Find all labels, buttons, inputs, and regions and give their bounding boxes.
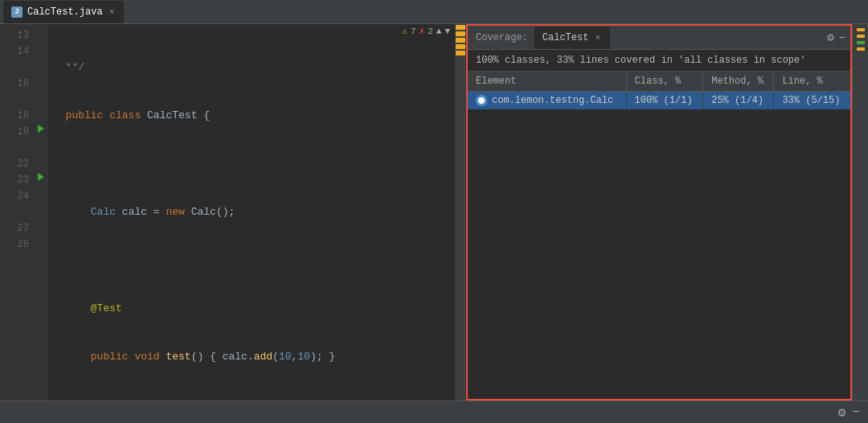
gutter-28 — [34, 201, 48, 217]
line-numbers: 13 14 16 18 19 22 23 24 27 28 — [0, 24, 34, 400]
code-line-18: @Test — [53, 301, 455, 317]
strip-bar-2 — [857, 35, 865, 38]
warning-marker-2 — [456, 31, 465, 36]
coverage-tab-name: CalcTest — [542, 32, 589, 43]
coverage-tab-calctest[interactable]: CalcTest × — [534, 27, 610, 49]
sort-up-icon[interactable]: ▲ — [436, 27, 442, 36]
coverage-table: Element Class, % Method, % Line, % com.l… — [468, 72, 850, 399]
coverage-element-cell: com.lemon.testng.Calc — [468, 92, 626, 110]
warning-marker-5 — [456, 51, 465, 55]
warning-count: 7 — [411, 27, 416, 36]
file-tab-calctest[interactable]: J CalcTest.java × — [3, 1, 124, 23]
coverage-panel: Coverage: CalcTest × ⚙ − 100% classes, 3… — [466, 24, 852, 400]
coverage-table-body: com.lemon.testng.Calc 100% (1/1) 25% (1/… — [468, 92, 850, 110]
warning-bar: ⚠ 7 ✗ 2 ▲ ▼ — [399, 24, 453, 38]
gutter-19-run[interactable] — [34, 121, 48, 137]
code-scrollbar[interactable] — [455, 24, 466, 400]
code-line-15 — [53, 156, 455, 172]
gutter-14 — [34, 40, 48, 56]
col-method[interactable]: Method, % — [703, 72, 774, 92]
bottom-bar: ⚙ − — [0, 400, 868, 423]
sort-down-icon[interactable]: ▼ — [444, 27, 450, 36]
gutter-18 — [34, 105, 48, 121]
code-line-22 — [53, 397, 455, 400]
right-strip — [852, 24, 868, 400]
code-line-16: Calc calc = new Calc(); — [53, 204, 455, 220]
code-line-19: public void test() { calc.add(10,10); } — [53, 349, 455, 365]
coverage-table-header-row: Element Class, % Method, % Line, % — [468, 72, 850, 92]
coverage-line-pct: 33% (5/15) — [774, 92, 850, 110]
element-cell-content: com.lemon.testng.Calc — [476, 95, 618, 106]
gutter-22 — [34, 137, 48, 153]
gutter-17 — [34, 88, 48, 105]
strip-bar-3 — [857, 41, 865, 44]
code-content[interactable]: **/ public class CalcTest { Calc calc = … — [48, 24, 455, 400]
strip-bar-1 — [857, 28, 865, 31]
code-editor-panel: 13 14 16 18 19 22 23 24 27 28 — [0, 24, 466, 400]
warning-icon: ⚠ — [402, 26, 407, 36]
coverage-data-table: Element Class, % Method, % Line, % com.l… — [468, 72, 850, 109]
element-name: com.lemon.testng.Calc — [492, 95, 613, 106]
coverage-table-row[interactable]: com.lemon.testng.Calc 100% (1/1) 25% (1/… — [468, 92, 850, 110]
coverage-summary-text: 100% classes, 33% lines covered in 'all … — [476, 55, 805, 66]
gutter-23 — [34, 153, 48, 169]
run-arrow-19[interactable] — [38, 125, 44, 133]
code-line-17 — [53, 253, 455, 269]
coverage-class-pct: 100% (1/1) — [626, 92, 703, 110]
bottom-minus-icon[interactable]: − — [852, 405, 860, 420]
coverage-tab-bar: Coverage: CalcTest × ⚙ − — [468, 26, 850, 50]
gutter-24-run[interactable] — [34, 169, 48, 185]
col-element[interactable]: Element — [468, 72, 626, 92]
coverage-summary: 100% classes, 33% lines covered in 'all … — [468, 50, 850, 72]
gutter-15 — [34, 56, 48, 72]
gutter-13 — [34, 24, 48, 40]
main-content: 13 14 16 18 19 22 23 24 27 28 — [0, 24, 868, 400]
coverage-tab-close[interactable]: × — [593, 33, 602, 43]
coverage-tab-icons: ⚙ − — [827, 31, 845, 44]
bottom-gear-icon[interactable]: ⚙ — [838, 405, 846, 421]
code-area: 13 14 16 18 19 22 23 24 27 28 — [0, 24, 466, 400]
gutter-16 — [34, 72, 48, 88]
coverage-tab-label: Coverage: — [473, 32, 531, 43]
warning-marker-3 — [456, 38, 465, 43]
col-line[interactable]: Line, % — [774, 72, 850, 92]
coverage-close-icon[interactable]: − — [839, 31, 845, 44]
code-line-13: **/ — [53, 60, 455, 76]
file-tab-label: CalcTest.java — [27, 6, 103, 18]
coverage-gear-icon[interactable]: ⚙ — [827, 31, 833, 44]
comment-13: **/ — [53, 60, 84, 76]
coverage-table-head: Element Class, % Method, % Line, % — [468, 72, 850, 92]
java-file-icon: J — [11, 6, 23, 18]
code-line-14: public class CalcTest { — [53, 108, 455, 124]
gutter-27 — [34, 185, 48, 201]
coverage-method-pct: 25% (1/4) — [703, 92, 774, 110]
file-tab-close[interactable]: × — [108, 7, 117, 17]
coverage-tabs: Coverage: CalcTest × — [473, 27, 610, 49]
col-class[interactable]: Class, % — [626, 72, 703, 92]
strip-bar-4 — [857, 47, 865, 51]
file-tab-bar: J CalcTest.java × — [0, 0, 868, 24]
package-icon — [476, 95, 487, 106]
error-icon: ✗ — [420, 26, 425, 36]
run-arrow-24[interactable] — [38, 173, 44, 181]
warning-marker-1 — [456, 25, 465, 30]
gutter — [34, 24, 48, 400]
warning-marker-4 — [456, 44, 465, 49]
error-count: 2 — [428, 27, 433, 36]
